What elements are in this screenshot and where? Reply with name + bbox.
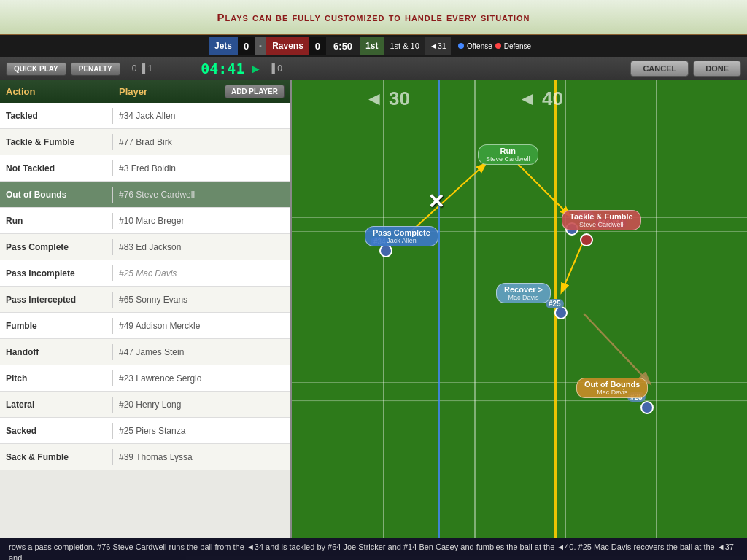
timer-right-count: ▐ 0 [268, 63, 282, 74]
field-line-2 [292, 382, 747, 383]
add-player-button[interactable]: ADD PLAYER [225, 85, 285, 98]
offense-dot [458, 43, 464, 49]
score-sep: ▪ [255, 37, 266, 55]
play-table-row[interactable]: Not Tackled#3 Fred Boldin [0, 155, 290, 182]
line-of-scrimmage [438, 80, 440, 538]
cell-player: #3 Fred Boldin [113, 160, 290, 176]
timer-left-count: 0 ▐ 1 [132, 63, 153, 74]
down-distance: 1st & 10 [384, 37, 425, 55]
team1-name: Jets [209, 37, 238, 55]
x-marker: ✕ [427, 190, 444, 214]
cell-player: #76 Steve Cardwell [113, 187, 290, 203]
cell-player: #25 Mac Davis [113, 265, 290, 281]
yard-40-label: ◄ 40 [518, 88, 563, 110]
cell-action: Fumble [0, 318, 113, 334]
cell-player: #77 Brad Birk [113, 134, 290, 150]
score-bar: Jets 0 ▪ Ravens 0 6:50 1st 1st & 10 ◄31 … [0, 35, 747, 57]
cell-action: Not Tackled [0, 160, 113, 176]
play-table-row[interactable]: Pitch#23 Lawrence Sergio [0, 365, 290, 392]
play-table-row[interactable]: Sack & Fumble#39 Thomas Lyssa [0, 444, 290, 470]
play-label-pass-complete: Pass Complete Jack Allen [365, 226, 438, 246]
play-rows-container: Tackled#34 Jack AllenTackle & Fumble#77 … [0, 103, 290, 470]
out-of-bounds-label-text: Out of Bounds [584, 380, 640, 389]
cell-action: Out of Bounds [0, 187, 113, 203]
quick-play-button[interactable]: QUICK PLAY [6, 62, 66, 76]
run-label-sub: Steve Cardwell [486, 155, 530, 163]
yard-line-4 [656, 80, 657, 538]
play-table-row[interactable]: Pass Incomplete#25 Mac Davis [0, 260, 290, 287]
player-64-icon [580, 233, 593, 246]
col-action-label: Action [6, 86, 119, 97]
cell-action: Sacked [0, 423, 113, 439]
banner-text: Plays can be fully customized to handle … [217, 11, 530, 23]
play-table: Action Player ADD PLAYER Tackled#34 Jack… [0, 80, 292, 538]
timer-display: 04:41 [201, 60, 244, 77]
yard-line-2 [474, 80, 476, 538]
cell-action: Pitch [0, 370, 113, 386]
cell-player: #39 Thomas Lyssa [113, 449, 290, 465]
cell-player: #20 Henry Long [113, 397, 290, 413]
yard-line-1 [383, 80, 384, 538]
game-time: 6:50 [326, 37, 360, 55]
play-label-tackle-fumble: Tackle & Fumble Steve Cardwell [562, 210, 641, 230]
cell-action: Run [0, 213, 113, 229]
play-label-run: Run Steve Cardwell [478, 144, 538, 165]
play-table-row[interactable]: Out of Bounds#76 Steve Cardwell [0, 182, 290, 208]
play-table-row[interactable]: Fumble#49 Addison Merckle [0, 313, 290, 339]
commentary-text: rows a pass completion. #76 Steve Cardwe… [9, 542, 738, 560]
cell-action: Handoff [0, 344, 113, 360]
play-table-row[interactable]: Pass Intercepted#65 Sonny Evans [0, 287, 290, 313]
cell-player: #25 Piers Stanza [113, 423, 290, 439]
field-area: Action Player ADD PLAYER Tackled#34 Jack… [0, 80, 747, 538]
top-banner: Plays can be fully customized to handle … [0, 0, 747, 35]
out-of-bounds-label-sub: Mac Davis [584, 389, 640, 396]
cell-action: Pass Intercepted [0, 292, 113, 308]
yard-30-label: ◄ 30 [365, 88, 410, 110]
pass-complete-label-text: Pass Complete [373, 228, 430, 237]
cell-action: Tackle & Fumble [0, 134, 113, 150]
recover-label-sub: Mac Davis [504, 294, 543, 301]
yardline: ◄31 [425, 37, 451, 55]
svg-line-5 [584, 314, 649, 383]
play-table-row[interactable]: Handoff#47 James Stein [0, 339, 290, 365]
done-button[interactable]: DONE [693, 61, 741, 77]
pass-complete-label-sub: Jack Allen [373, 237, 430, 244]
team2-score: 0 [309, 37, 326, 55]
recover-label-text: Recover > [504, 285, 543, 294]
svg-line-3 [518, 164, 569, 215]
play-table-row[interactable]: Pass Complete#83 Ed Jackson [0, 234, 290, 260]
football-field: ◄ 30 ◄ 40 ✕ #34 #76 #64 #14 #25 #25 Run … [292, 80, 747, 538]
cell-action: Tackled [0, 108, 113, 124]
play-table-row[interactable]: Run#10 Marc Breger [0, 208, 290, 234]
cell-player: #49 Addison Merckle [113, 318, 290, 334]
legend: Offense Defense [451, 37, 538, 55]
penalty-button[interactable]: PENALTY [71, 62, 120, 76]
cancel-button[interactable]: CANCEL [630, 61, 689, 77]
play-table-header: Action Player ADD PLAYER [0, 80, 290, 103]
offense-label: Offense [467, 42, 492, 50]
play-table-row[interactable]: Lateral#20 Henry Long [0, 392, 290, 418]
cell-player: #10 Marc Breger [113, 213, 290, 229]
cell-player: #65 Sonny Evans [113, 292, 290, 308]
play-label-out-of-bounds: Out of Bounds Mac Davis [576, 378, 648, 398]
cell-action: Pass Complete [0, 239, 113, 255]
commentary-bar: rows a pass completion. #76 Steve Cardwe… [0, 538, 747, 560]
play-table-row[interactable]: Tackle & Fumble#77 Brad Birk [0, 129, 290, 155]
tackle-fumble-label-text: Tackle & Fumble [570, 212, 633, 221]
cell-action: Sack & Fumble [0, 449, 113, 465]
defense-label: Defense [504, 42, 531, 50]
tackle-fumble-label-sub: Steve Cardwell [570, 221, 633, 228]
play-button[interactable]: ▶ [252, 63, 260, 74]
defense-dot [495, 43, 501, 49]
run-label-text: Run [500, 147, 516, 155]
cell-action: Lateral [0, 397, 113, 413]
team1-score: 0 [238, 37, 255, 55]
field-line-1 [292, 231, 747, 232]
play-label-recover: Recover > Mac Davis [496, 283, 551, 303]
play-table-row[interactable]: Sacked#25 Piers Stanza [0, 418, 290, 444]
play-table-row[interactable]: Tackled#34 Jack Allen [0, 103, 290, 129]
game-quarter: 1st [360, 37, 384, 55]
cell-player: #47 James Stein [113, 344, 290, 360]
cell-action: Pass Incomplete [0, 265, 113, 281]
cell-player: #83 Ed Jackson [113, 239, 290, 255]
